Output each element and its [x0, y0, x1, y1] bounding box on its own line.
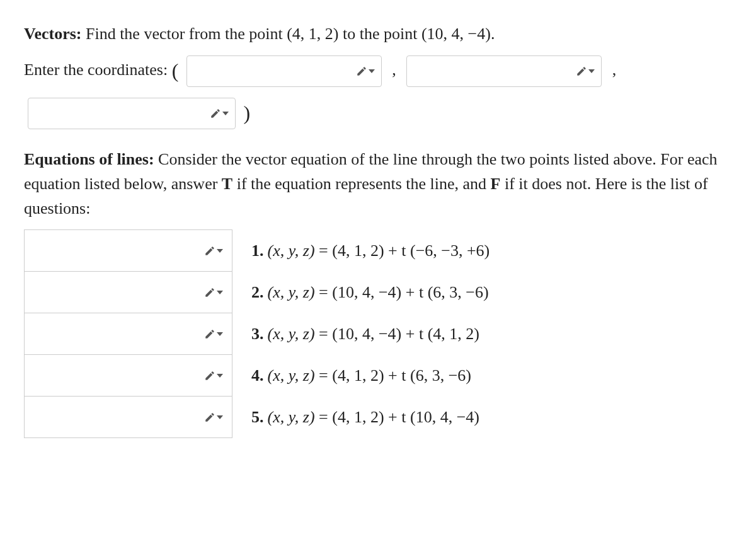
coord-y-input[interactable]	[406, 55, 602, 87]
equation-4: 4.(x, y, z) = (4, 1, 2) + t (6, 3, −6)	[232, 355, 490, 397]
equations-paragraph: Equations of lines: Consider the vector …	[24, 147, 732, 221]
edit-dropdown-icon	[356, 66, 375, 77]
edit-dropdown-icon	[210, 108, 229, 119]
edit-dropdown-icon	[204, 412, 223, 423]
coord-x-input[interactable]	[186, 55, 382, 87]
coord-entry-line: Enter the coordinates: ( , , )	[24, 50, 732, 134]
tf-input-5[interactable]	[25, 397, 232, 438]
point-2: (10, 4, −4)	[421, 25, 491, 43]
vectors-heading: Vectors:	[24, 25, 81, 43]
vectors-paragraph: Vectors: Find the vector from the point …	[24, 21, 732, 46]
question-content: Vectors: Find the vector from the point …	[24, 21, 732, 438]
table-row: 5.(x, y, z) = (4, 1, 2) + t (10, 4, −4)	[25, 397, 490, 438]
edit-dropdown-icon	[576, 66, 595, 77]
eq-num: 1.	[251, 241, 264, 260]
eq-num: 3.	[251, 325, 264, 343]
vectors-prompt-1: Find the vector from the point	[81, 25, 287, 43]
eq-num: 5.	[251, 408, 264, 426]
edit-dropdown-icon	[204, 287, 223, 298]
equations-text-2: if the equation represents the line, and	[232, 175, 490, 193]
tf-input-1[interactable]	[25, 230, 232, 272]
tf-table: 1.(x, y, z) = (4, 1, 2) + t (−6, −3, +6)…	[24, 229, 490, 438]
coord-z-input[interactable]	[28, 98, 236, 129]
comma-2: ,	[612, 61, 617, 79]
equation-1: 1.(x, y, z) = (4, 1, 2) + t (−6, −3, +6)	[232, 230, 490, 272]
t-label: T	[222, 175, 232, 193]
vectors-prompt-2: to the point	[338, 25, 421, 43]
close-paren: )	[244, 101, 251, 124]
table-row: 1.(x, y, z) = (4, 1, 2) + t (−6, −3, +6)	[25, 230, 490, 272]
tf-input-4[interactable]	[25, 355, 232, 397]
open-paren: (	[172, 59, 179, 82]
comma-1: ,	[392, 61, 396, 79]
f-label: F	[491, 175, 501, 193]
edit-dropdown-icon	[204, 245, 223, 257]
eq-num: 2.	[251, 283, 264, 301]
enter-coordinates-label: Enter the coordinates:	[24, 61, 172, 79]
eq-num: 4.	[251, 366, 264, 385]
table-row: 3.(x, y, z) = (10, 4, −4) + t (4, 1, 2)	[25, 313, 490, 355]
edit-dropdown-icon	[204, 370, 223, 381]
equation-2: 2.(x, y, z) = (10, 4, −4) + t (6, 3, −6)	[232, 272, 490, 313]
table-row: 2.(x, y, z) = (10, 4, −4) + t (6, 3, −6)	[25, 272, 490, 313]
equations-heading: Equations of lines:	[24, 150, 154, 168]
tf-input-2[interactable]	[25, 272, 232, 313]
point-1: (4, 1, 2)	[287, 25, 338, 43]
vectors-prompt-end: .	[491, 25, 495, 43]
equation-3: 3.(x, y, z) = (10, 4, −4) + t (4, 1, 2)	[232, 313, 490, 355]
equation-5: 5.(x, y, z) = (4, 1, 2) + t (10, 4, −4)	[232, 397, 490, 438]
tf-input-3[interactable]	[25, 313, 232, 355]
table-row: 4.(x, y, z) = (4, 1, 2) + t (6, 3, −6)	[25, 355, 490, 397]
edit-dropdown-icon	[204, 328, 223, 340]
